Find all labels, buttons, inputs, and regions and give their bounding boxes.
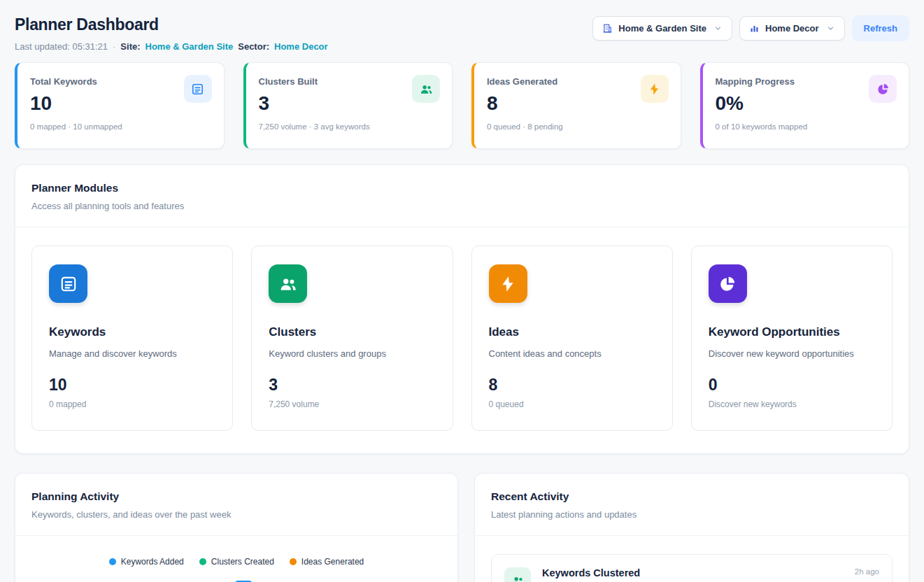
header-subline: Last updated: 05:31:21 · Site: Home & Ga… — [15, 41, 328, 52]
chevron-down-icon — [713, 24, 723, 33]
divider — [15, 535, 457, 536]
planning-activity-panel: Planning Activity Keywords, clusters, an… — [15, 473, 458, 582]
legend-item-ideas-generated: Ideas Generated — [290, 557, 364, 567]
legend-dot-green — [199, 558, 206, 565]
header-controls: Home & Garden Site Home Decor Refresh — [592, 15, 909, 41]
module-footnote: 0 queued — [489, 399, 655, 409]
stat-card-clusters-built: Clusters Built 3 7,250 volume · 3 avg ke… — [243, 62, 453, 149]
module-value: 3 — [269, 376, 435, 395]
module-value: 0 — [709, 376, 875, 395]
planner-modules-section: Planner Modules Access all planning tool… — [15, 164, 909, 454]
document-icon — [49, 264, 87, 303]
recent-activity-panel: Recent Activity Latest planning actions … — [474, 473, 909, 582]
pie-chart-icon — [709, 264, 747, 303]
module-title: Ideas — [489, 325, 655, 339]
chart-legend: Keywords Added Clusters Created Ideas Ge… — [15, 557, 457, 567]
modules-subtitle: Access all planning tools and features — [31, 201, 893, 211]
module-card-keyword-opportunities[interactable]: Keyword Opportunities Discover new keywo… — [691, 246, 893, 431]
stat-footnote: 7,250 volume · 3 avg keywords — [259, 122, 440, 131]
module-card-keywords[interactable]: Keywords Manage and discover keywords 10… — [31, 246, 233, 431]
stat-card-total-keywords: Total Keywords 10 0 mapped · 10 unmapped — [15, 62, 225, 149]
document-icon — [184, 75, 212, 103]
building-icon — [602, 23, 613, 34]
last-updated-text: Last updated: 05:31:21 — [15, 41, 108, 52]
modules-grid: Keywords Manage and discover keywords 10… — [15, 227, 909, 453]
legend-label: Keywords Added — [121, 557, 184, 567]
separator-dot: · — [113, 41, 115, 52]
list-item: Keywords Clustered 3 new clusters create… — [491, 554, 893, 582]
legend-item-clusters-created: Clusters Created — [199, 557, 274, 567]
site-dropdown-value: Home & Garden Site — [618, 23, 706, 34]
sector-dropdown-value: Home Decor — [765, 23, 819, 34]
module-footnote: Discover new keywords — [709, 399, 875, 409]
planner-dashboard-page: Planner Dashboard Last updated: 05:31:21… — [0, 0, 924, 582]
module-description: Content ideas and concepts — [489, 348, 655, 359]
modules-title: Planner Modules — [31, 182, 893, 194]
feed-item-title: Keywords Clustered — [542, 567, 640, 579]
planning-activity-header: Planning Activity Keywords, clusters, an… — [15, 474, 457, 535]
lightning-icon — [641, 75, 669, 103]
header: Planner Dashboard Last updated: 05:31:21… — [15, 15, 909, 52]
legend-dot-orange — [290, 558, 297, 565]
users-icon — [412, 75, 440, 103]
legend-label: Clusters Created — [211, 557, 274, 567]
activity-feed: Keywords Clustered 3 new clusters create… — [475, 536, 909, 582]
sector-link[interactable]: Home Decor — [274, 41, 328, 52]
planning-activity-subtitle: Keywords, clusters, and ideas over the p… — [31, 509, 441, 520]
legend-item-keywords-added: Keywords Added — [109, 557, 184, 567]
chevron-down-icon — [826, 24, 835, 33]
stat-card-ideas-generated: Ideas Generated 8 0 queued · 8 pending — [471, 62, 681, 149]
pie-chart-icon — [869, 75, 897, 103]
site-dropdown[interactable]: Home & Garden Site — [592, 16, 732, 41]
feed-item-body: Keywords Clustered 3 new clusters create… — [542, 567, 640, 582]
stat-footnote: 0 mapped · 10 unmapped — [30, 122, 211, 131]
site-label: Site: — [120, 41, 140, 52]
module-value: 10 — [49, 376, 215, 395]
planning-activity-title: Planning Activity — [31, 490, 441, 503]
header-left: Planner Dashboard Last updated: 05:31:21… — [15, 15, 328, 52]
module-value: 8 — [489, 376, 655, 395]
module-description: Discover new keyword opportunities — [709, 348, 875, 359]
stat-cards-row: Total Keywords 10 0 mapped · 10 unmapped… — [15, 62, 909, 149]
stat-footnote: 0 queued · 8 pending — [487, 122, 668, 131]
module-footnote: 7,250 volume — [269, 399, 435, 409]
sector-dropdown[interactable]: Home Decor — [739, 16, 845, 41]
module-title: Clusters — [269, 325, 435, 339]
legend-label: Ideas Generated — [301, 557, 364, 567]
module-description: Manage and discover keywords — [49, 348, 215, 359]
feed-item-timestamp: 2h ago — [855, 567, 879, 576]
module-card-ideas[interactable]: Ideas Content ideas and concepts 8 0 que… — [471, 246, 673, 431]
users-icon — [269, 264, 307, 303]
module-title: Keywords — [49, 325, 215, 339]
recent-activity-header: Recent Activity Latest planning actions … — [475, 474, 909, 535]
module-card-clusters[interactable]: Clusters Keyword clusters and groups 3 7… — [251, 246, 453, 431]
legend-dot-blue — [109, 558, 116, 565]
sector-label: Sector: — [238, 41, 269, 52]
users-icon — [504, 567, 531, 582]
module-footnote: 0 mapped — [49, 399, 215, 409]
module-description: Keyword clusters and groups — [269, 348, 435, 359]
site-link[interactable]: Home & Garden Site — [145, 41, 234, 52]
recent-activity-subtitle: Latest planning actions and updates — [491, 509, 893, 520]
stat-card-mapping-progress: Mapping Progress 0% 0 of 10 keywords map… — [700, 62, 910, 149]
recent-activity-title: Recent Activity — [491, 490, 893, 503]
page-title: Planner Dashboard — [15, 15, 328, 34]
bottom-panels: Planning Activity Keywords, clusters, an… — [15, 473, 909, 582]
module-title: Keyword Opportunities — [709, 325, 875, 339]
stat-footnote: 0 of 10 keywords mapped — [716, 122, 897, 131]
lightning-icon — [489, 264, 527, 303]
refresh-button[interactable]: Refresh — [852, 15, 909, 41]
modules-header: Planner Modules Access all planning tool… — [15, 165, 909, 227]
bar-chart-icon — [749, 23, 760, 34]
